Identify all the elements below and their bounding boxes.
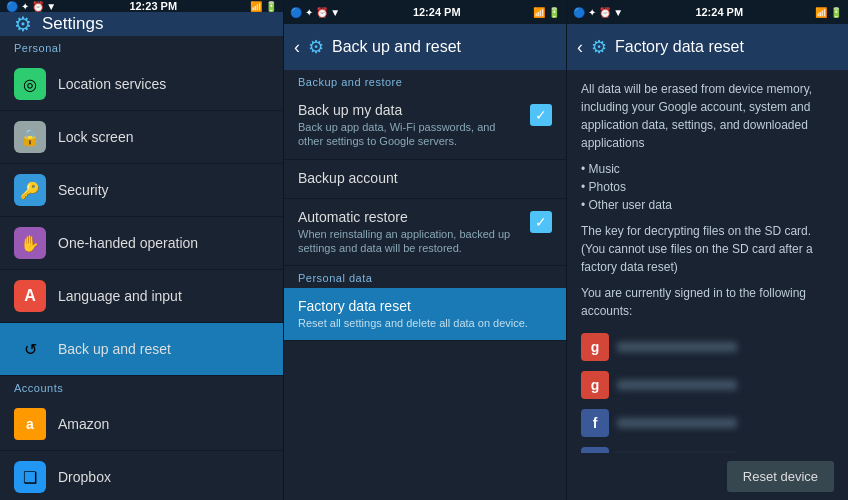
personal-data-label: Personal data: [284, 266, 566, 288]
back-arrow-right[interactable]: ‹: [577, 37, 583, 58]
backup-account-title: Backup account: [298, 170, 552, 186]
menu-label-onehanded: One-handed operation: [58, 235, 198, 251]
status-bar-left: 🔵 ✦ ⏰ ▼ 12:23 PM 📶 🔋: [0, 0, 283, 12]
account-row-facebook1: f: [581, 404, 834, 442]
menu-label-security: Security: [58, 182, 109, 198]
automatic-restore-checkbox[interactable]: ✓: [530, 211, 552, 233]
google-icon-2: g: [581, 371, 609, 399]
lock-icon: 🔒: [14, 121, 46, 153]
menu-label-location: Location services: [58, 76, 166, 92]
reset-device-button[interactable]: Reset device: [727, 461, 834, 492]
amazon-icon: a: [14, 408, 46, 440]
location-icon: ◎: [14, 68, 46, 100]
section-personal-label: Personal: [0, 36, 283, 58]
right-header-title: Factory data reset: [615, 38, 744, 56]
factory-reset-content: Factory data reset Reset all settings an…: [298, 298, 552, 330]
right-header: ‹ ⚙ Factory data reset: [567, 24, 848, 70]
backup-account-content: Backup account: [298, 170, 552, 188]
menu-item-dropbox[interactable]: ❏ Dropbox: [0, 451, 283, 500]
back-arrow-middle[interactable]: ‹: [294, 37, 300, 58]
factory-reset-sub: Reset all settings and delete all data o…: [298, 316, 552, 330]
automatic-restore-sub: When reinstalling an application, backed…: [298, 227, 522, 256]
menu-label-backup: Back up and reset: [58, 341, 171, 357]
onehanded-icon: ✋: [14, 227, 46, 259]
factory-reset-warning: All data will be erased from device memo…: [581, 80, 834, 152]
gear-icon: ⚙: [14, 12, 32, 36]
menu-item-backup[interactable]: ↺ Back up and reset: [0, 323, 283, 376]
signal-icons-middle: 📶 🔋: [533, 7, 560, 18]
time-middle: 12:24 PM: [413, 6, 461, 18]
accounts-list: g g f f ❏: [581, 328, 834, 453]
security-icon: 🔑: [14, 174, 46, 206]
backup-my-data-item[interactable]: Back up my data Back up app data, Wi-Fi …: [284, 92, 566, 160]
settings-title: Settings: [42, 14, 103, 34]
account-name-blur-1: [617, 342, 737, 352]
status-icons-left: 🔵 ✦ ⏰ ▼: [6, 1, 56, 12]
account-row-google1: g: [581, 328, 834, 366]
factory-header-icon: ⚙: [591, 36, 607, 58]
google-icon-1: g: [581, 333, 609, 361]
factory-reset-description: All data will be erased from device memo…: [567, 70, 848, 453]
menu-label-dropbox: Dropbox: [58, 469, 111, 485]
status-bar-middle: 🔵 ✦ ⏰ ▼ 12:24 PM 📶 🔋: [284, 0, 566, 24]
factory-reset-accounts-note: You are currently signed in to the follo…: [581, 284, 834, 320]
account-name-blur-3: [617, 418, 737, 428]
facebook-icon-1: f: [581, 409, 609, 437]
left-panel: 🔵 ✦ ⏰ ▼ 12:23 PM 📶 🔋 ⚙ Settings Personal…: [0, 0, 284, 500]
automatic-restore-title: Automatic restore: [298, 209, 522, 225]
menu-label-amazon: Amazon: [58, 416, 109, 432]
backup-icon: ↺: [14, 333, 46, 365]
menu-item-location[interactable]: ◎ Location services: [0, 58, 283, 111]
factory-reset-bullets: • Music• Photos• Other user data: [581, 160, 834, 214]
middle-header: ‹ ⚙ Back up and reset: [284, 24, 566, 70]
backup-my-data-checkbox[interactable]: ✓: [530, 104, 552, 126]
backup-restore-label: Backup and restore: [284, 70, 566, 92]
status-icons-right: 🔵 ✦ ⏰ ▼: [573, 7, 623, 18]
facebook-icon-2: f: [581, 447, 609, 453]
menu-item-onehanded[interactable]: ✋ One-handed operation: [0, 217, 283, 270]
right-panel-body: All data will be erased from device memo…: [567, 70, 848, 500]
language-icon: A: [14, 280, 46, 312]
status-bar-right: 🔵 ✦ ⏰ ▼ 12:24 PM 📶 🔋: [567, 0, 848, 24]
menu-item-lockscreen[interactable]: 🔒 Lock screen: [0, 111, 283, 164]
backup-header-icon: ⚙: [308, 36, 324, 58]
backup-my-data-sub: Back up app data, Wi-Fi passwords, and o…: [298, 120, 522, 149]
account-row-facebook2: f: [581, 442, 834, 453]
section-accounts-label: Accounts: [0, 376, 283, 398]
menu-item-security[interactable]: 🔑 Security: [0, 164, 283, 217]
account-row-google2: g: [581, 366, 834, 404]
status-icons-middle: 🔵 ✦ ⏰ ▼: [290, 7, 340, 18]
automatic-restore-item[interactable]: Automatic restore When reinstalling an a…: [284, 199, 566, 267]
backup-my-data-title: Back up my data: [298, 102, 522, 118]
right-panel: 🔵 ✦ ⏰ ▼ 12:24 PM 📶 🔋 ‹ ⚙ Factory data re…: [567, 0, 848, 500]
backup-account-item[interactable]: Backup account: [284, 160, 566, 199]
automatic-restore-content: Automatic restore When reinstalling an a…: [298, 209, 522, 256]
menu-label-lockscreen: Lock screen: [58, 129, 133, 145]
time-right: 12:24 PM: [695, 6, 743, 18]
factory-reset-item[interactable]: Factory data reset Reset all settings an…: [284, 288, 566, 341]
menu-label-language: Language and input: [58, 288, 182, 304]
middle-header-title: Back up and reset: [332, 38, 461, 56]
menu-item-amazon[interactable]: a Amazon: [0, 398, 283, 451]
signal-icons-right: 📶 🔋: [815, 7, 842, 18]
menu-item-language[interactable]: A Language and input: [0, 270, 283, 323]
settings-header: ⚙ Settings: [0, 12, 283, 36]
signal-icons-left: 📶 🔋: [250, 1, 277, 12]
factory-reset-title: Factory data reset: [298, 298, 552, 314]
middle-panel: 🔵 ✦ ⏰ ▼ 12:24 PM 📶 🔋 ‹ ⚙ Back up and res…: [284, 0, 567, 500]
dropbox-icon: ❏: [14, 461, 46, 493]
factory-reset-sdcard: The key for decrypting files on the SD c…: [581, 222, 834, 276]
time-left: 12:23 PM: [129, 0, 177, 12]
account-name-blur-2: [617, 380, 737, 390]
backup-my-data-content: Back up my data Back up app data, Wi-Fi …: [298, 102, 522, 149]
